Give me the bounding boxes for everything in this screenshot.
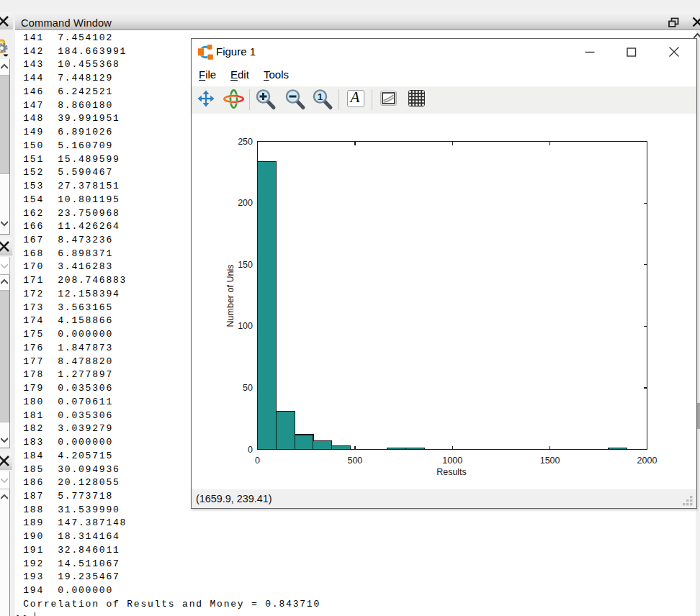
svg-text:100: 100 [238,321,253,331]
svg-text:200: 200 [238,198,253,208]
svg-text:1500: 1500 [540,456,560,466]
svg-text:250: 250 [238,137,253,147]
svg-text:150: 150 [238,260,253,270]
svg-text:2000: 2000 [637,456,658,466]
svg-text:1000: 1000 [442,456,462,466]
svg-text:Results: Results [436,467,467,477]
svg-text:1: 1 [317,91,323,101]
svg-text:Number of Unis: Number of Unis [225,265,235,327]
svg-text:500: 500 [347,456,362,466]
svg-text:0: 0 [255,456,260,466]
svg-text:50: 50 [243,383,253,393]
svg-text:0: 0 [248,445,253,455]
